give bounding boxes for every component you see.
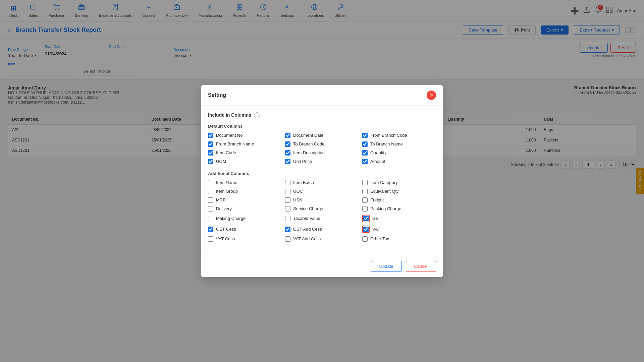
- col-to_branch_name: To Branch Name: [362, 141, 436, 147]
- label-to_branch_name: To Branch Name: [370, 141, 403, 146]
- checkbox-doc_date[interactable]: [285, 133, 290, 138]
- label-item_description: Item Description: [293, 150, 325, 155]
- col-uom: UOM: [208, 159, 282, 164]
- modal-close-button[interactable]: ✕: [427, 90, 436, 100]
- label-uom: UOM: [216, 159, 226, 164]
- additional-columns-label: Additional Columns: [208, 171, 436, 175]
- checkbox-from_branch_code[interactable]: [362, 133, 368, 138]
- checkbox-unit_price[interactable]: [285, 159, 290, 164]
- modal-title: Setting: [208, 92, 226, 98]
- label-unit_price: Unit Price: [293, 159, 312, 164]
- modal-body: Include in Columns i Default Columns Doc…: [201, 106, 443, 175]
- col-amount: Amount: [362, 159, 436, 164]
- col-item_description: Item Description: [285, 150, 359, 156]
- col-item_code: Item Code: [208, 150, 282, 156]
- col-to_branch_code: To Branch Code: [285, 141, 359, 147]
- checkbox-amount[interactable]: [362, 159, 368, 164]
- col-quantity: Quantity: [362, 150, 436, 156]
- default-columns-label: Default Columns: [208, 124, 436, 129]
- label-doc_date: Document Date: [293, 133, 323, 138]
- col-from_branch_name: From Branch Name: [208, 141, 282, 147]
- checkbox-item_description[interactable]: [285, 150, 290, 156]
- modal-header: Setting ✕: [201, 85, 443, 106]
- checkbox-to_branch_name[interactable]: [362, 141, 368, 147]
- include-in-columns-label: Include in Columns: [208, 112, 251, 118]
- label-amount: Amount: [370, 159, 385, 164]
- info-icon: i: [254, 112, 260, 118]
- checkbox-uom[interactable]: [208, 159, 213, 164]
- checkbox-doc_no[interactable]: [208, 133, 213, 138]
- label-item_code: Item Code: [216, 150, 236, 155]
- settings-modal: Setting ✕ Include in Columns i Default C…: [201, 85, 443, 175]
- label-doc_no: Document No: [216, 133, 243, 138]
- modal-overlay[interactable]: Setting ✕ Include in Columns i Default C…: [0, 0, 644, 174]
- col-from_branch_code: From Branch Code: [362, 133, 436, 138]
- checkbox-item_code[interactable]: [208, 150, 213, 156]
- label-quantity: Quantity: [370, 150, 386, 155]
- col-unit_price: Unit Price: [285, 159, 359, 164]
- checkbox-from_branch_name[interactable]: [208, 141, 213, 147]
- label-to_branch_code: To Branch Code: [293, 141, 324, 146]
- label-from_branch_code: From Branch Code: [370, 133, 407, 138]
- col-doc_date: Document Date: [285, 133, 359, 138]
- checkbox-to_branch_code[interactable]: [285, 141, 290, 147]
- default-columns-grid: Document No Document Date From Branch Co…: [208, 133, 436, 164]
- label-from_branch_name: From Branch Name: [216, 141, 254, 146]
- col-doc_no: Document No: [208, 133, 282, 138]
- checkbox-quantity[interactable]: [362, 150, 368, 156]
